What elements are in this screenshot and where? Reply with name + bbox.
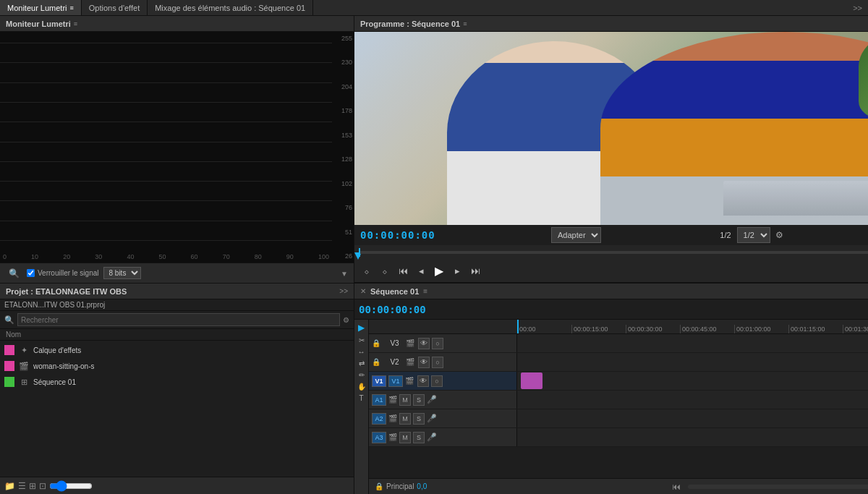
project-meta-icon[interactable]: ⊡ (39, 481, 46, 491)
tl-principal-value[interactable]: 0,0 (417, 482, 427, 490)
clip-v1[interactable] (521, 372, 542, 389)
project-expand[interactable]: >> (339, 287, 348, 295)
programme-settings-icon[interactable]: ⚙ (773, 229, 786, 242)
ruler-mark-6: 00:01:30:00 (843, 325, 868, 333)
project-item-effects[interactable]: ✦ Calque d'effets (0, 342, 354, 358)
project-item-sequence[interactable]: ⊞ Séquence 01 (0, 374, 354, 390)
lumetri-panel-menu[interactable]: ≡ (74, 20, 77, 27)
track-a1-mute-m[interactable]: M (399, 394, 411, 406)
chevron-down-icon[interactable]: ▼ (341, 270, 348, 278)
project-icon-view-icon[interactable]: ⊞ (29, 481, 36, 491)
track-v1-body[interactable] (517, 372, 868, 390)
tl-ripple-tool[interactable]: ↔ (358, 348, 365, 356)
tab-lumetri-monitor[interactable]: Moniteur Lumetri ≡ (0, 0, 82, 15)
track-v3-body[interactable] (517, 334, 868, 352)
track-v3-lock[interactable]: 🔒 (372, 339, 383, 347)
timeline-panel: ✕ Séquence 01 ≡ 00:00:00:00 ✂ ↩ 🧲 ◆ ⚙ ▶ … (354, 284, 868, 494)
track-v1: V1 V1 🎬 👁 ○ (369, 372, 868, 391)
playback-bar[interactable] (354, 245, 868, 260)
tl-select-tool[interactable]: ▶ (358, 323, 365, 333)
lumetri-toolbar: 🔍 Verrouiller le signal 8 bits ▼ (0, 263, 354, 283)
programme-monitor-panel: Programme : Séquence 01 ≡ (354, 16, 868, 284)
project-item-video[interactable]: 🎬 woman-sitting-on-s (0, 358, 354, 374)
track-v2-name: V2 (386, 357, 404, 368)
search-config-icon[interactable]: ⚙ (343, 316, 349, 324)
project-header: Projet : ETALONNAGE ITW OBS >> (0, 284, 354, 299)
track-a3-body[interactable] (517, 428, 868, 446)
track-v3-name: V3 (386, 338, 404, 349)
tl-pen-tool[interactable]: ✏ (359, 371, 365, 379)
track-v1-active-indicator[interactable]: V1 (372, 375, 386, 387)
zoom-tool[interactable]: 🔍 (6, 267, 22, 280)
track-v1-sync[interactable]: V1 (388, 375, 403, 387)
bits-select[interactable]: 8 bits (103, 267, 141, 279)
tab-menu-icon[interactable]: ≡ (70, 4, 74, 12)
playback-track[interactable] (359, 251, 868, 254)
track-a2-body[interactable] (517, 409, 868, 427)
track-a2-solo-s[interactable]: S (413, 413, 425, 425)
programme-fraction-select[interactable]: 1/2 (737, 227, 770, 243)
lumetri-panel-header: Moniteur Lumetri ≡ (0, 16, 354, 32)
mark-in-btn[interactable]: ⬦ (359, 263, 375, 279)
tl-razor-side[interactable]: ✂ (359, 336, 365, 344)
top-bar-expand[interactable]: >> (847, 4, 868, 12)
timeline-timecode[interactable]: 00:00:00:00 (359, 304, 426, 315)
tl-slip-tool[interactable]: ⇄ (359, 359, 365, 367)
track-v3-eye[interactable]: 👁 (418, 338, 430, 349)
programme-fraction: 1/2 (720, 231, 731, 239)
mark-out-btn[interactable]: ⬦ (377, 263, 393, 279)
track-v2-lock[interactable]: 🔒 (372, 358, 383, 366)
timeline-ruler: 00:00 00:00:15:00 00:00:30:00 00:00:45:0… (369, 320, 868, 334)
project-search-input[interactable] (17, 313, 340, 326)
track-a3-solo-s[interactable]: S (413, 432, 425, 443)
track-a3-audio-icon: 🎬 (388, 433, 397, 441)
track-v1-eye[interactable]: 👁 (417, 375, 429, 387)
track-a3-mic-icon[interactable]: 🎤 (427, 433, 437, 442)
tracks-container: 🔒 V3 🎬 👁 ○ 🔒 (369, 334, 868, 478)
tl-lock-icon[interactable]: 🔒 (375, 482, 383, 490)
play-btn[interactable]: ▶ (431, 263, 447, 279)
track-a2-mute-m[interactable]: M (399, 413, 411, 425)
timeline-close-icon[interactable]: ✕ (360, 287, 366, 295)
go-to-in-btn[interactable]: ⏮ (395, 263, 411, 279)
track-v1-mute[interactable]: ○ (431, 375, 443, 387)
project-new-bin-icon[interactable]: 📁 (4, 481, 15, 491)
tl-hand-tool[interactable]: ✋ (357, 383, 366, 391)
track-a3-name[interactable]: A3 (372, 432, 386, 443)
timeline-menu-icon[interactable]: ≡ (423, 287, 427, 295)
lock-signal-row: Verrouiller le signal (27, 269, 99, 277)
track-v2-body[interactable] (517, 353, 868, 371)
project-search-bar: 🔍 ⚙ (0, 311, 354, 329)
project-zoom-slider[interactable] (49, 480, 93, 492)
tab-mixage[interactable]: Mixage des éléments audio : Séquence 01 (148, 0, 313, 15)
track-a2-mic-icon[interactable]: 🎤 (427, 414, 437, 423)
tl-rewind-end-icon[interactable]: ⏮ (672, 482, 681, 492)
track-a2-name[interactable]: A2 (372, 413, 386, 425)
lock-signal-checkbox[interactable] (27, 269, 35, 277)
track-a1-body[interactable] (517, 391, 868, 409)
track-v3-mute[interactable]: ○ (432, 338, 443, 349)
programme-timecode-start[interactable]: 00:00:00:00 (360, 229, 435, 241)
monitor-controls-row: 00:00:00:00 Adapter 1/2 1/2 ⚙ 00:00:05:0… (354, 225, 868, 245)
programme-menu-icon[interactable]: ≡ (463, 20, 467, 27)
track-v2-eye[interactable]: 👁 (418, 357, 430, 368)
timeline-main: 00:00 00:00:15:00 00:00:30:00 00:00:45:0… (369, 320, 868, 494)
project-filename: ETALONN...ITW OBS 01.prproj (0, 299, 354, 311)
track-v2-mute[interactable]: ○ (432, 357, 443, 368)
track-a3-mute-m[interactable]: M (399, 432, 411, 443)
project-list-icon[interactable]: ☰ (18, 481, 26, 491)
programme-adapt-select[interactable]: Adapter (551, 227, 601, 243)
track-a1-mic-icon[interactable]: 🎤 (427, 395, 437, 404)
programme-title: Programme : Séquence 01 (360, 20, 460, 28)
tl-principal-label: Principal (386, 482, 414, 490)
track-a1-solo-s[interactable]: S (413, 394, 425, 406)
step-fwd-btn[interactable]: ▸ (449, 263, 465, 279)
tl-text-tool[interactable]: T (359, 394, 363, 402)
graph-grid (0, 32, 332, 251)
step-back-btn[interactable]: ◂ (413, 263, 429, 279)
go-to-out-btn[interactable]: ⏭ (467, 263, 483, 279)
timeline-h-scrollbar[interactable] (688, 485, 868, 489)
tab-options-effet[interactable]: Options d'effet (82, 0, 148, 15)
track-a1: A1 🎬 M S 🎤 (369, 391, 868, 409)
track-a1-name[interactable]: A1 (372, 394, 386, 406)
